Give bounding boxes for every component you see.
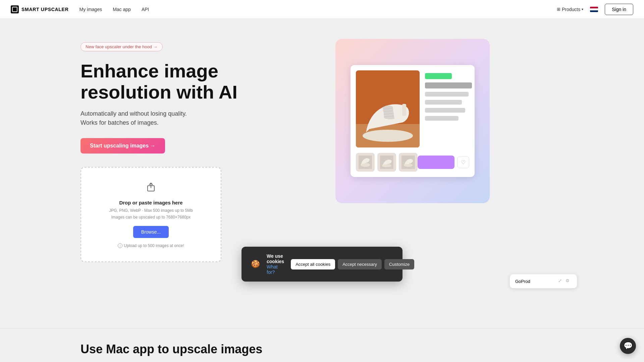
start-upscaling-button[interactable]: Start upscaling images → xyxy=(80,138,165,154)
svg-point-3 xyxy=(363,130,413,142)
upload-sub-line1: JPG, PNG, WebP · Max 500 images up to 5M… xyxy=(109,208,193,213)
product-info xyxy=(425,70,472,147)
goprod-icons: ⤢ ⚙ xyxy=(558,278,572,284)
product-card: ♡ xyxy=(351,65,475,177)
info-bar-2 xyxy=(425,100,462,105)
bottom-section: Use Mac app to upscale images GoProd ⤢ ⚙ xyxy=(0,328,644,362)
chat-icon: 💬 xyxy=(624,342,633,350)
upload-icon xyxy=(92,181,210,196)
upload-sub-line2: Images can be upscaled up to 7680×7680px xyxy=(111,215,191,220)
products-label: Products xyxy=(562,7,580,12)
logo-text: SMART UPSCALER xyxy=(21,7,68,12)
nav-link-my-images[interactable]: My images xyxy=(79,7,102,12)
announcement-badge[interactable]: New face upscaler under the hood → xyxy=(80,42,163,51)
thumbnail-1[interactable] xyxy=(356,153,375,172)
logo-icon xyxy=(11,5,19,13)
cookie-icon: 🍪 xyxy=(251,260,260,268)
left-column: New face upscaler under the hood → Enhan… xyxy=(80,39,309,262)
info-bar-dark xyxy=(425,82,472,88)
hero-sub-line2: Works for batches of images. xyxy=(80,119,159,126)
products-button[interactable]: ⊞ Products ▾ xyxy=(557,7,583,12)
goprod-label: GoProd xyxy=(515,279,530,284)
nav-link-api[interactable]: API xyxy=(142,7,149,12)
chevron-down-icon: ▾ xyxy=(582,7,583,11)
cookie-text-bold: We use cookies xyxy=(267,253,284,264)
nav-link-mac-app[interactable]: Mac app xyxy=(113,7,131,12)
hero-title-line2: resolution with AI xyxy=(80,81,237,103)
cookie-buttons: Accept all cookies Accept necessary Cust… xyxy=(291,259,414,269)
svg-rect-8 xyxy=(402,104,406,116)
nav-right: ⊞ Products ▾ Sign in xyxy=(557,4,633,15)
right-column: ♡ xyxy=(335,39,490,203)
hero-sub-line1: Automatically and without losing quality… xyxy=(80,110,187,117)
status-bar-green xyxy=(425,73,452,79)
product-card-top xyxy=(356,70,469,147)
browse-button[interactable]: Browse... xyxy=(133,226,169,238)
hero-title-line1: Enhance image xyxy=(80,60,218,81)
hero-illustration: ♡ xyxy=(335,39,490,203)
thumbnail-2[interactable] xyxy=(377,153,396,172)
accept-necessary-button[interactable]: Accept necessary xyxy=(338,259,382,269)
sign-in-button[interactable]: Sign in xyxy=(605,4,633,15)
shoe-image xyxy=(356,70,420,147)
badge-text: New face upscaler under the hood → xyxy=(86,44,158,49)
info-bar-3 xyxy=(425,108,465,113)
bottom-title: Use Mac app to upscale images xyxy=(80,342,262,356)
upload-subtitle: JPG, PNG, WebP · Max 500 images up to 5M… xyxy=(92,207,210,220)
hero-subtitle: Automatically and without losing quality… xyxy=(80,109,309,127)
info-bar-1 xyxy=(425,92,469,97)
thumbnail-row xyxy=(356,153,418,172)
product-card-bottom: ♡ xyxy=(356,153,469,172)
upload-note-text: Upload up to 500 images at once! xyxy=(124,243,184,248)
upload-note: i Upload up to 500 images at once! xyxy=(92,243,210,248)
info-bar-4 xyxy=(425,116,459,121)
flag-icon xyxy=(590,7,598,12)
goprod-settings-icon[interactable]: ⚙ xyxy=(566,278,572,284)
cookie-banner: 🍪 We use cookies What for? Accept all co… xyxy=(241,247,402,282)
upload-title: Drop or paste images here xyxy=(92,200,210,205)
nav-left: SMART UPSCALER My images Mac app API xyxy=(11,5,149,13)
goprod-expand-icon[interactable]: ⤢ xyxy=(558,278,564,284)
start-btn-label: Start upscaling images → xyxy=(90,143,156,149)
wishlist-button[interactable]: ♡ xyxy=(457,156,469,168)
accept-all-cookies-button[interactable]: Accept all cookies xyxy=(291,259,335,269)
chat-widget-button[interactable]: 💬 xyxy=(620,338,636,354)
cookie-what-for-link[interactable]: What for? xyxy=(267,264,278,275)
upload-dropzone: Drop or paste images here JPG, PNG, WebP… xyxy=(80,167,221,262)
customize-cookies-button[interactable]: Customize xyxy=(384,259,414,269)
products-icon: ⊞ xyxy=(557,7,560,12)
add-to-cart-button[interactable] xyxy=(418,156,454,169)
info-icon: i xyxy=(118,243,122,248)
logo[interactable]: SMART UPSCALER xyxy=(11,5,68,13)
hero-title: Enhance image resolution with AI xyxy=(80,61,309,103)
goprod-widget: GoProd ⤢ ⚙ xyxy=(510,274,577,288)
thumbnail-3[interactable] xyxy=(399,153,418,172)
cookie-text: We use cookies What for? xyxy=(267,253,284,275)
navbar: SMART UPSCALER My images Mac app API ⊞ P… xyxy=(0,0,644,19)
